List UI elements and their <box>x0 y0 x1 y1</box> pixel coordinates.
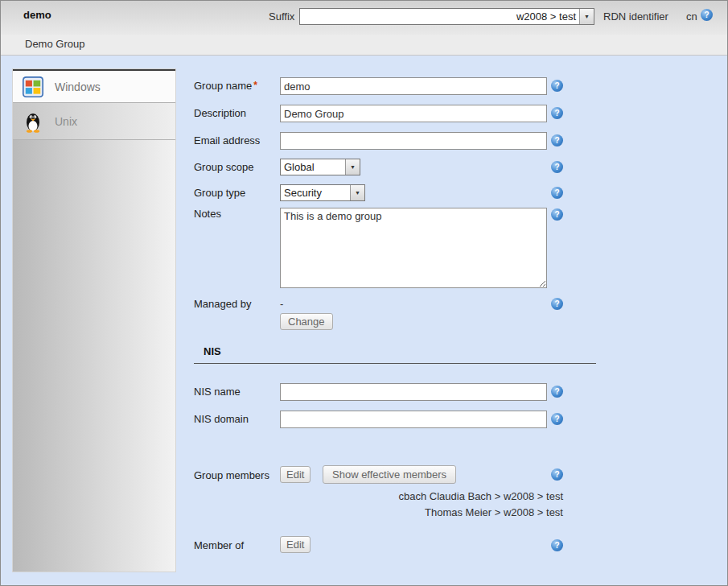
suffix-select[interactable]: w2008 > test ▼ <box>299 8 594 25</box>
show-effective-members-button[interactable]: Show effective members <box>323 465 456 484</box>
managed-by-value: - <box>280 298 283 310</box>
help-icon[interactable]: ? <box>551 413 563 425</box>
member-of-edit-button[interactable]: Edit <box>280 536 311 553</box>
description-label: Description <box>194 107 246 119</box>
help-icon[interactable]: ? <box>551 539 563 551</box>
chevron-down-icon: ▼ <box>350 185 364 200</box>
group-members-edit-button[interactable]: Edit <box>280 466 311 483</box>
description-input[interactable] <box>280 105 547 122</box>
group-members-label: Group members <box>194 469 269 481</box>
nis-section-title: NIS <box>194 345 596 364</box>
help-icon[interactable]: ? <box>551 468 563 481</box>
change-button[interactable]: Change <box>280 313 333 330</box>
email-label: Email address <box>194 134 260 146</box>
help-icon[interactable]: ? <box>551 161 563 173</box>
help-icon[interactable]: ? <box>701 9 713 21</box>
tab-unix[interactable]: Unix <box>13 103 175 140</box>
group-member-entry: cbach Claudia Bach > w2008 > test <box>280 489 563 505</box>
group-scope-value: Global <box>281 159 345 175</box>
help-icon[interactable]: ? <box>551 80 563 92</box>
header-subtitle-bar <box>1 35 727 56</box>
group-scope-select[interactable]: Global ▼ <box>280 159 360 175</box>
chevron-down-icon: ▼ <box>579 9 594 24</box>
member-of-label: Member of <box>194 539 244 551</box>
group-members-list: cbach Claudia Bach > w2008 > test Thomas… <box>280 489 563 521</box>
tab-windows-label: Windows <box>55 80 101 93</box>
suffix-select-value: w2008 > test <box>300 9 579 24</box>
group-name-input[interactable] <box>280 77 547 95</box>
tab-windows[interactable]: Windows <box>13 69 175 103</box>
tab-unix-label: Unix <box>55 115 77 128</box>
rdn-identifier-value: cn <box>686 10 697 23</box>
notes-textarea[interactable]: This is a demo group <box>280 208 547 288</box>
nis-name-label: NIS name <box>194 386 241 398</box>
nis-name-input[interactable] <box>280 383 547 401</box>
help-icon[interactable]: ? <box>551 298 563 310</box>
page-subtitle: Demo Group <box>25 38 84 50</box>
email-input[interactable] <box>280 132 547 150</box>
group-type-value: Security <box>281 185 350 200</box>
required-asterisk: * <box>253 80 257 91</box>
group-name-label: Group name* <box>194 80 257 92</box>
sidebar: Windows Unix <box>12 68 176 572</box>
rdn-identifier-label: RDN identifier <box>603 10 668 23</box>
group-member-entry: Thomas Meier > w2008 > test <box>280 505 563 521</box>
suffix-label: Suffix <box>269 10 294 23</box>
group-type-label: Group type <box>194 187 245 199</box>
tux-penguin-icon <box>23 110 43 133</box>
nis-domain-input[interactable] <box>280 411 547 428</box>
nis-domain-label: NIS domain <box>194 413 249 425</box>
page-title: demo <box>23 9 51 21</box>
windows-logo-icon <box>23 76 43 98</box>
group-scope-label: Group scope <box>194 161 253 173</box>
help-icon[interactable]: ? <box>551 208 563 221</box>
help-icon[interactable]: ? <box>551 134 563 146</box>
group-type-select[interactable]: Security ▼ <box>280 184 365 201</box>
managed-by-label: Managed by <box>194 298 252 310</box>
chevron-down-icon: ▼ <box>345 159 360 175</box>
notes-label: Notes <box>194 208 221 220</box>
group-edit-window: demo Suffix w2008 > test ▼ RDN identifie… <box>0 0 728 586</box>
help-icon[interactable]: ? <box>551 386 563 398</box>
help-icon[interactable]: ? <box>551 107 563 119</box>
help-icon[interactable]: ? <box>551 187 563 199</box>
